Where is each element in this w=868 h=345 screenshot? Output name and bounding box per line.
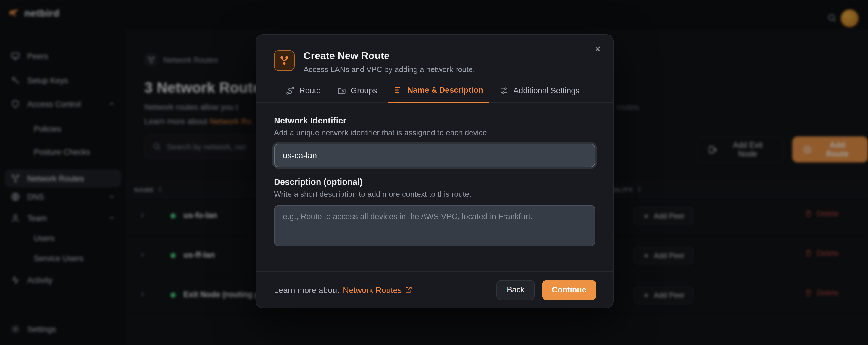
gear-icon: [11, 324, 20, 334]
key-icon: [11, 76, 20, 85]
row-expand-icon[interactable]: [138, 251, 146, 259]
user-avatar[interactable]: [841, 9, 859, 27]
sliders-icon: [500, 86, 508, 95]
sidebar-item-setup-keys[interactable]: Setup Keys: [5, 71, 121, 89]
search-icon: [153, 142, 161, 151]
close-icon[interactable]: ✕: [594, 44, 601, 54]
peers-icon: [11, 51, 20, 61]
row-expand-icon[interactable]: [138, 291, 146, 298]
network-routes-doc-link[interactable]: Network Ro: [210, 117, 251, 126]
app-window: netbird Peers Setup Keys Access Control: [0, 0, 868, 345]
sidebar-item-label: Access Control: [27, 100, 81, 108]
exit-node-icon: [708, 145, 717, 154]
delete-button[interactable]: Delete: [805, 209, 839, 218]
continue-button[interactable]: Continue: [542, 280, 596, 300]
route-icon: [144, 53, 157, 66]
breadcrumb-label: Network Routes: [163, 55, 218, 64]
activity-icon: [11, 275, 20, 285]
add-peer-button[interactable]: Add Peer: [634, 207, 693, 225]
plus-icon: [643, 291, 650, 299]
sidebar-item-policies[interactable]: Policies: [5, 120, 121, 138]
sidebar-item-peers[interactable]: Peers: [5, 47, 121, 65]
trash-icon: [805, 249, 812, 257]
tab-groups[interactable]: Groups: [331, 85, 383, 102]
modal-subtitle: Access LANs and VPC by adding a network …: [304, 65, 475, 74]
modal-header: Create New Route Access LANs and VPC by …: [256, 35, 613, 74]
sidebar-item-label: Policies: [34, 124, 61, 133]
sidebar-item-label: Service Users: [34, 254, 84, 263]
status-dot-enabled: [170, 213, 176, 218]
top-bar: netbird: [0, 0, 868, 28]
sidebar-item-dns[interactable]: DNS: [5, 188, 121, 206]
netbird-logo-icon: [8, 8, 20, 20]
search-icon[interactable]: [827, 13, 837, 23]
delete-button[interactable]: Delete: [805, 288, 839, 297]
sidebar-item-service-users[interactable]: Service Users: [5, 249, 121, 267]
table-header-name[interactable]: NAME: [134, 182, 164, 196]
add-peer-button[interactable]: Add Peer: [634, 247, 693, 264]
sidebar-item-label: Team: [27, 213, 47, 222]
status-dot-enabled: [170, 292, 176, 298]
page-actions: Add Exit Node Add Route: [697, 136, 868, 163]
text-lines-icon: [394, 85, 403, 95]
sidebar-item-settings[interactable]: Settings: [5, 320, 121, 338]
network-identifier-input[interactable]: [274, 143, 595, 167]
globe-icon: [11, 192, 20, 202]
shield-icon: [11, 99, 20, 109]
external-link-icon: [405, 286, 412, 294]
route-path-icon: [286, 86, 294, 95]
tab-route[interactable]: Route: [280, 85, 327, 102]
route-name: us-ff-lan: [183, 250, 215, 260]
route-icon: [11, 174, 20, 183]
delete-button[interactable]: Delete: [805, 249, 839, 257]
search-placeholder: Search by network, ran: [167, 142, 246, 151]
breadcrumb: Network Routes: [144, 53, 218, 66]
modal-title: Create New Route: [304, 50, 475, 62]
sidebar-item-access-control[interactable]: Access Control: [5, 95, 121, 113]
modal-body: Network Identifier Add a unique network …: [256, 103, 613, 249]
sort-icon: [636, 186, 643, 193]
network-routes-doc-link[interactable]: Network Routes: [343, 285, 412, 295]
plus-icon: [643, 212, 650, 219]
add-peer-button[interactable]: Add Peer: [634, 286, 693, 304]
sidebar-item-label: Users: [34, 234, 55, 242]
chevron-up-icon: [108, 100, 115, 107]
learn-more-line: Learn more about Network Ro: [144, 117, 251, 126]
add-exit-node-button[interactable]: Add Exit Node: [697, 136, 784, 163]
identifier-label: Network Identifier: [274, 116, 595, 125]
sidebar-item-label: DNS: [27, 192, 44, 201]
description-textarea[interactable]: [274, 205, 595, 246]
sidebar-item-team[interactable]: Team: [5, 209, 121, 227]
description-help: Write a short description to add more co…: [274, 189, 595, 199]
tab-additional-settings[interactable]: Additional Settings: [494, 85, 586, 102]
modal-footer: Learn more about Network Routes Back Con…: [256, 271, 613, 308]
add-route-button[interactable]: Add Route: [793, 136, 868, 163]
sidebar: Peers Setup Keys Access Control Policies…: [0, 28, 127, 345]
logo-text: netbird: [24, 8, 59, 20]
plus-icon: [643, 252, 650, 259]
sidebar-item-network-routes[interactable]: Network Routes: [5, 170, 121, 187]
trash-icon: [805, 210, 812, 217]
create-route-modal: ✕ Create New Route Access LANs and VPC b…: [256, 34, 614, 308]
page-description-tail: routes.: [617, 103, 641, 112]
row-expand-icon[interactable]: [138, 211, 146, 219]
sidebar-item-label: Network Routes: [27, 174, 84, 183]
chevron-up-icon: [108, 214, 115, 221]
sidebar-item-posture-checks[interactable]: Posture Checks: [5, 143, 121, 161]
description-label: Description (optional): [274, 177, 595, 187]
sidebar-item-activity[interactable]: Activity: [5, 271, 121, 289]
tab-name-description[interactable]: Name & Description: [388, 85, 489, 103]
folder-icon: [337, 86, 346, 95]
page-title: 3 Network Routes: [144, 79, 269, 96]
netbird-logo: netbird: [8, 8, 59, 20]
trash-icon: [805, 289, 812, 297]
status-dot-enabled: [170, 253, 176, 258]
page-description: Network routes allow you t: [144, 103, 238, 112]
identifier-help: Add a unique network identifier that is …: [274, 128, 595, 137]
sidebar-item-label: Setup Keys: [27, 76, 68, 85]
sidebar-item-users[interactable]: Users: [5, 229, 121, 247]
sidebar-item-label: Settings: [27, 324, 56, 334]
route-icon: [274, 50, 294, 71]
plus-circle-icon: [803, 145, 812, 154]
back-button[interactable]: Back: [497, 280, 535, 300]
